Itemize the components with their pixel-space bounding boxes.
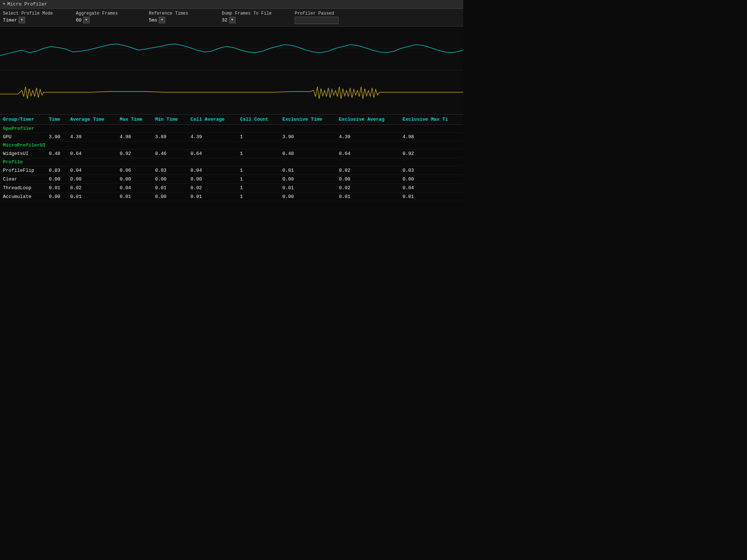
table-row: WidgetsUI0.480.640.920.460.6410.480.640.… (0, 149, 463, 158)
table-cell: 0.02 (187, 184, 237, 192)
table-cell: 1 (237, 166, 279, 175)
select-profile-mode-text: Timer (3, 18, 17, 23)
controls-bar: Select Profile Mode Timer ▼ Aggregate Fr… (0, 9, 463, 27)
table-row: Clear0.000.000.000.000.0010.000.000.00 (0, 175, 463, 184)
aggregate-frames-value: 60 ▼ (76, 17, 149, 23)
table-cell: 3.89 (152, 133, 187, 141)
table-cell: 0.01 (400, 192, 463, 201)
reference-times-label: Reference Times (149, 11, 222, 16)
col-time: Time (46, 114, 67, 125)
table-cell: 0.00 (336, 175, 399, 184)
table-cell: ThreadLoop (0, 184, 46, 192)
group-name-cell: GpuProfiler (0, 125, 463, 133)
profiler-paused-label: Profiler Paused (295, 11, 368, 16)
table-cell: GPU (0, 133, 46, 141)
table-cell: 0.00 (400, 175, 463, 184)
select-profile-mode-label: Select Profile Mode (3, 11, 76, 16)
window-title: Micro Profiler (7, 1, 47, 7)
table-cell: 0.46 (152, 149, 187, 158)
table-cell: 0.03 (152, 166, 187, 175)
table-group-header: MicroProfilerUI (0, 141, 463, 149)
table-cell: 0.04 (67, 166, 117, 175)
table-group-header: GpuProfiler (0, 125, 463, 133)
col-max-time: Max Time (117, 114, 152, 125)
select-profile-mode-dropdown[interactable]: ▼ (19, 17, 25, 23)
table-cell: 0.48 (46, 149, 67, 158)
dump-frames-value: 32 ▼ (222, 17, 295, 23)
select-profile-mode-value: Timer ▼ (3, 17, 76, 23)
table-cell: 0.03 (46, 166, 67, 175)
table-group-header: Profile (0, 158, 463, 166)
table-cell: 0.92 (400, 149, 463, 158)
table-cell: Clear (0, 175, 46, 184)
table-cell: 0.64 (187, 149, 237, 158)
table-cell: 0.03 (400, 166, 463, 175)
table-cell: 0.64 (67, 149, 117, 158)
table-cell: 1 (237, 149, 279, 158)
table-row: Accumulate0.000.010.010.000.0110.000.010… (0, 192, 463, 201)
reference-times-value: 5ms ▼ (149, 17, 222, 23)
table-row: ProfileFlip0.030.040.060.030.0410.010.02… (0, 166, 463, 175)
table-cell: 0.02 (336, 166, 399, 175)
aggregate-frames-text: 60 (76, 18, 82, 23)
gpu-chart: GPU: Time[3.902000ms] Avg[4.387000ms] Ma… (0, 70, 463, 114)
col-call-count: Call Count (237, 114, 279, 125)
table-cell: 0.01 (336, 192, 399, 201)
profiler-table: Group/Timer Time Average Time Max Time M… (0, 114, 463, 201)
collapse-icon[interactable]: ▼ (3, 2, 5, 6)
table-cell: 0.01 (279, 166, 336, 175)
table-row: ThreadLoop0.010.020.040.010.0210.010.020… (0, 184, 463, 192)
table-cell: 4.98 (400, 133, 463, 141)
table-cell: 0.01 (117, 192, 152, 201)
group-name-cell: MicroProfilerUI (0, 141, 463, 149)
table-cell: Accumulate (0, 192, 46, 201)
table-cell: 4.39 (67, 133, 117, 141)
table-cell: 3.90 (279, 133, 336, 141)
chart-area: Frame: Time[16.523167ms] Avg[16.646500ms… (0, 27, 463, 114)
col-call-average: Call Average (187, 114, 237, 125)
table-cell: 0.00 (152, 175, 187, 184)
table-cell: 0.00 (67, 175, 117, 184)
select-profile-mode-group: Select Profile Mode Timer ▼ (3, 11, 76, 24)
table-header-row: Group/Timer Time Average Time Max Time M… (0, 114, 463, 125)
dump-frames-group: Dump Frames To File 32 ▼ (222, 11, 295, 24)
profiler-paused-group: Profiler Paused (295, 11, 368, 24)
table-cell: WidgetsUI (0, 149, 46, 158)
table-cell: 0.48 (279, 149, 336, 158)
frame-chart: Frame: Time[16.523167ms] Avg[16.646500ms… (0, 27, 463, 70)
table-cell: 0.00 (279, 192, 336, 201)
table-cell: 0.00 (117, 175, 152, 184)
table-cell: 0.01 (152, 184, 187, 192)
table-cell: 1 (237, 192, 279, 201)
table-cell: 0.64 (336, 149, 399, 158)
dump-frames-dropdown[interactable]: ▼ (229, 17, 236, 23)
aggregate-frames-dropdown[interactable]: ▼ (83, 17, 90, 23)
group-name-cell: Profile (0, 158, 463, 166)
table-cell: 0.02 (336, 184, 399, 192)
aggregate-frames-group: Aggregate Frames 60 ▼ (76, 11, 149, 24)
gpu-chart-svg (0, 70, 463, 114)
col-exclusive-average: Exclusive Averag (336, 114, 399, 125)
table-cell: 0.04 (117, 184, 152, 192)
table-cell: 0.04 (187, 166, 237, 175)
table-cell: 0.01 (67, 192, 117, 201)
table-cell: ProfileFlip (0, 166, 46, 175)
table-cell: 0.00 (46, 175, 67, 184)
table-cell: 0.06 (117, 166, 152, 175)
dump-frames-label: Dump Frames To File (222, 11, 295, 16)
col-exclusive-max: Exclusive Max Ti (400, 114, 463, 125)
table-cell: 0.00 (279, 175, 336, 184)
col-group-timer: Group/Timer (0, 114, 46, 125)
aggregate-frames-label: Aggregate Frames (76, 11, 149, 16)
table-cell: 1 (237, 184, 279, 192)
reference-times-text: 5ms (149, 18, 157, 23)
table-cell: 1 (237, 175, 279, 184)
table-row: GPU3.904.394.983.894.3913.904.394.98 (0, 133, 463, 141)
table-cell: 1 (237, 133, 279, 141)
table-cell: 4.98 (117, 133, 152, 141)
profiler-table-container: Group/Timer Time Average Time Max Time M… (0, 114, 463, 201)
reference-times-dropdown[interactable]: ▼ (159, 17, 165, 23)
table-cell: 0.01 (46, 184, 67, 192)
table-cell: 0.01 (279, 184, 336, 192)
reference-times-group: Reference Times 5ms ▼ (149, 11, 222, 24)
